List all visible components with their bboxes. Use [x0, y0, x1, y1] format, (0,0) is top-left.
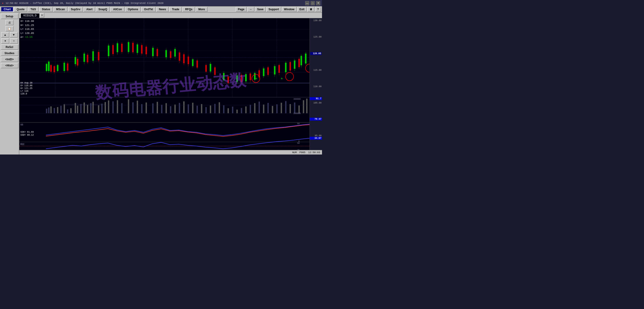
tab-add-button[interactable]: + [40, 13, 44, 18]
svg-rect-165 [196, 106, 198, 113]
delta-value: +2.15 [25, 36, 32, 39]
price-115: 115.00 [310, 69, 322, 72]
intd-button[interactable]: <IntD> [1, 57, 18, 62]
svg-rect-166 [201, 104, 202, 113]
menu-rfqs[interactable]: RFQs [182, 7, 195, 12]
svg-rect-127 [46, 109, 47, 113]
menu-ts[interactable]: T&S [28, 7, 39, 12]
svg-rect-179 [258, 102, 260, 113]
svg-rect-170 [219, 102, 220, 113]
chart-canvas: + + [19, 18, 322, 155]
svg-rect-143 [98, 105, 99, 113]
svg-rect-173 [232, 107, 233, 113]
menubar: Chart Quote T&S Status MScan SupSrv Aler… [0, 6, 322, 13]
svg-text:O=  116.90: O= 116.90 [20, 84, 32, 87]
price-105: 105.00 [310, 102, 322, 104]
close-button[interactable]: ✕ [316, 1, 320, 5]
svg-rect-132 [60, 106, 62, 113]
low-value: 116.65 [25, 28, 34, 31]
svg-rect-182 [272, 106, 273, 113]
chart-area: KCEU20,D + [19, 13, 322, 155]
print-button[interactable]: 🖨 [6, 20, 14, 25]
hvol-price-tag: 34.07 [310, 137, 322, 140]
svg-rect-131 [57, 107, 58, 113]
edit-button[interactable]: 📋 [6, 26, 14, 32]
svg-rect-188 [298, 106, 300, 113]
tool2-button[interactable]: ✧ [10, 38, 18, 44]
up-button[interactable]: ▲ [1, 32, 9, 38]
tool1-button[interactable]: ✦ [1, 38, 9, 44]
svg-text:04 Aug 20: 04 Aug 20 [20, 82, 32, 84]
svg-rect-164 [192, 103, 194, 113]
icon-row-3: ▲ ▼ [1, 32, 18, 38]
ohlc-high: H= 121.25 [20, 24, 34, 28]
svg-rect-161 [179, 103, 180, 113]
svg-rect-148 [117, 100, 118, 113]
icon-row-1: 🖨 [6, 20, 14, 25]
menu-supsrv[interactable]: SupSrv [68, 7, 83, 12]
display-button[interactable]: 🖥 [307, 7, 314, 12]
ohlc-close: L= 120.05 [20, 32, 34, 36]
ohlc-display: O= 116.90 H= 121.25 L= 116.65 L= 120.05 … [20, 19, 34, 39]
svg-rect-151 [132, 102, 134, 113]
hist-button[interactable]: <Hist> [1, 63, 18, 68]
nav-button[interactable]: ↔ [247, 7, 254, 12]
menu-status[interactable]: Status [39, 7, 53, 12]
chart-svg: + + [19, 18, 310, 155]
high-label: H= [20, 24, 25, 27]
exit-button[interactable]: Exit [297, 7, 307, 12]
svg-text:+: + [281, 77, 283, 81]
page-button[interactable]: Page [236, 7, 247, 12]
svg-rect-137 [77, 106, 78, 113]
menu-more[interactable]: More [196, 7, 208, 12]
menu-snapq[interactable]: SnapQ [96, 7, 110, 12]
icon-row-4: ✦ ✧ [1, 38, 18, 44]
sidebar: Setup 🖨 📋 ▲ ▼ ✦ ✧ ReScl Studies <IntD> <… [0, 13, 19, 155]
num-indicator: NUM [292, 151, 297, 154]
icon-row-2: 📋 [6, 26, 14, 32]
svg-text:+: + [255, 77, 258, 81]
tab-label: KCEU20,D [24, 14, 36, 17]
svg-rect-177 [250, 105, 251, 113]
support-button[interactable]: Support [266, 7, 281, 12]
chart-tab-main[interactable]: KCEU20,D [20, 13, 40, 18]
menu-quote[interactable]: Quote [14, 7, 27, 12]
svg-rect-140 [87, 105, 88, 113]
menubar-right: Page ↔ Save Support Window Exit 🖥 ? [236, 7, 321, 12]
setup-button[interactable]: Setup [1, 14, 18, 19]
svg-text:RSI: RSI [20, 143, 24, 146]
menu-trade[interactable]: Trade [169, 7, 182, 12]
main-layout: Setup 🖨 📋 ▲ ▼ ✦ ✧ ReScl Studies <IntD> <… [0, 13, 322, 155]
svg-rect-128 [48, 108, 50, 113]
svg-text:200000: 200000 [293, 112, 300, 115]
svg-rect-181 [268, 103, 269, 113]
svg-rect-135 [70, 108, 72, 113]
price-125: 125.00 [310, 36, 322, 38]
price-110: 110.00 [310, 85, 322, 88]
svg-rect-157 [161, 105, 162, 113]
rescl-button[interactable]: ReScl [1, 44, 18, 50]
save-button[interactable]: Save [255, 7, 266, 12]
menu-ordtkt[interactable]: OrdTkt [141, 7, 156, 12]
minimize-button[interactable]: — [305, 1, 309, 5]
svg-rect-162 [183, 101, 185, 113]
menu-options[interactable]: Options [125, 7, 141, 12]
help-button[interactable]: ? [315, 7, 321, 12]
high-value: 121.25 [25, 24, 34, 27]
window-button[interactable]: Window [282, 7, 297, 12]
menu-news[interactable]: News [156, 7, 169, 12]
menu-chart[interactable]: Chart [1, 7, 14, 12]
menu-allcon[interactable]: AllCon [110, 7, 124, 12]
menu-alert[interactable]: Alert [84, 7, 95, 12]
svg-text:SSK= 91.69: SSK= 91.69 [20, 131, 34, 133]
menu-mscan[interactable]: MScan [54, 7, 68, 12]
price-current: 120.05 [310, 52, 322, 55]
svg-rect-160 [174, 105, 176, 113]
ohlc-delta: Δ= +2.15 [20, 35, 34, 39]
studies-button[interactable]: Studies [1, 51, 18, 56]
svg-rect-158 [166, 103, 167, 113]
maximize-button[interactable]: □ [311, 1, 315, 5]
open-label: O= [20, 20, 25, 23]
app-logo: ✦ [2, 1, 4, 5]
down-button[interactable]: ▼ [10, 32, 18, 38]
